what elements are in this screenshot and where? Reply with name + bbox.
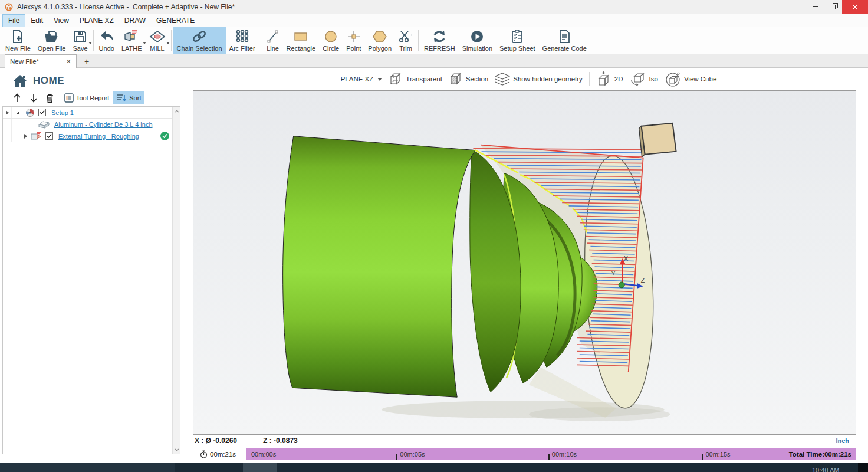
- mill-button[interactable]: MILL: [146, 27, 169, 54]
- tree-row-stock[interactable]: Aluminum - Cylinder De 3 L 4 inch: [3, 119, 172, 130]
- view-cube-label: View Cube: [684, 76, 716, 83]
- plane-dropdown[interactable]: PLANE XZ: [341, 76, 383, 83]
- setup-link[interactable]: Setup 1: [51, 109, 74, 116]
- tree-scrollbar[interactable]: [172, 107, 180, 454]
- close-icon: [852, 4, 858, 10]
- arc-filter-icon: [235, 29, 249, 44]
- delete-button[interactable]: [42, 91, 57, 105]
- operation-complete-badge: [160, 132, 169, 140]
- menu-plane-xz[interactable]: PLANE XZ: [74, 14, 119, 27]
- restore-button[interactable]: [824, 0, 842, 14]
- view-cube-icon: [665, 71, 681, 87]
- refresh-button[interactable]: REFRESH: [420, 27, 459, 54]
- menu-view[interactable]: View: [48, 14, 74, 27]
- show-hidden-label: Show hidden geometry: [513, 76, 583, 83]
- simulation-icon: [470, 29, 484, 44]
- viewport-3d[interactable]: X Y Z: [193, 90, 856, 435]
- os-taskbar[interactable]: 10:40 AM: [0, 463, 868, 472]
- save-dropdown-caret[interactable]: [88, 42, 92, 44]
- new-file-icon: [11, 29, 25, 44]
- view-iso-button[interactable]: Iso: [630, 71, 658, 87]
- setup-icon: [24, 107, 37, 118]
- section-cube-icon: [449, 72, 463, 86]
- transparent-toggle[interactable]: Transparent: [389, 72, 442, 86]
- move-down-button[interactable]: [26, 91, 41, 105]
- stock-link[interactable]: Aluminum - Cylinder De 3 L 4 inch: [54, 121, 153, 128]
- open-file-button[interactable]: Open File: [34, 27, 70, 54]
- row-expander[interactable]: [12, 130, 29, 142]
- view-2d-button[interactable]: 2D: [596, 71, 623, 87]
- taskbar-corner: [858, 463, 868, 472]
- line-button[interactable]: Line: [263, 27, 283, 54]
- circle-button[interactable]: Circle: [319, 27, 343, 54]
- setup-sheet-icon: [511, 29, 524, 44]
- toolbar-separator: [93, 30, 94, 51]
- refresh-icon: [432, 29, 447, 44]
- minimize-icon: [813, 6, 818, 7]
- home-header: HOME: [0, 68, 189, 88]
- open-file-icon: [44, 29, 60, 44]
- minimize-button[interactable]: [807, 0, 824, 14]
- sort-button[interactable]: Sort: [113, 91, 144, 104]
- scroll-down-button[interactable]: [173, 445, 180, 454]
- lathe-icon: [124, 29, 139, 44]
- section-toggle[interactable]: Section: [449, 72, 488, 86]
- generate-code-button[interactable]: Generate Code: [539, 27, 590, 54]
- tree-row-setup[interactable]: Setup 1: [3, 107, 172, 119]
- lathe-button[interactable]: LATHE: [118, 27, 146, 54]
- show-hidden-toggle[interactable]: Show hidden geometry: [495, 72, 583, 86]
- add-tab-button[interactable]: +: [84, 57, 89, 65]
- operation-link[interactable]: External Turning - Roughing: [58, 133, 139, 140]
- menu-generate[interactable]: GENERATE: [151, 14, 200, 27]
- z-coordinate: Z : -0.0873: [263, 437, 298, 445]
- view-2d-label: 2D: [614, 76, 623, 83]
- layers-icon: [495, 72, 510, 86]
- menu-edit[interactable]: Edit: [25, 14, 48, 27]
- trim-button[interactable]: Trim: [395, 27, 416, 54]
- mill-dropdown-caret[interactable]: [166, 42, 170, 44]
- new-file-button[interactable]: New File: [2, 27, 34, 54]
- toolbar-separator: [171, 30, 172, 51]
- setup-checkbox[interactable]: [38, 109, 46, 116]
- tree-row-operation[interactable]: External Turning - Roughing: [3, 130, 172, 142]
- arc-filter-button[interactable]: Arc Filter: [226, 27, 259, 54]
- document-tab-bar: New File* ✕ +: [0, 54, 868, 68]
- setup-sheet-button[interactable]: Setup Sheet: [496, 27, 539, 54]
- undo-button[interactable]: Undo: [96, 27, 118, 54]
- collapse-toggle[interactable]: [12, 107, 24, 118]
- timeline-start-label: 00m:00s: [251, 451, 276, 458]
- taskbar-clock: 10:40 AM: [812, 467, 839, 472]
- operation-checkbox[interactable]: [45, 132, 53, 140]
- view-iso-label: Iso: [649, 76, 658, 83]
- timeline-bar[interactable]: 00m:00s 00m:05s 00m:10s 00m:15s Total Ti…: [246, 448, 856, 460]
- row-expander[interactable]: [3, 107, 12, 118]
- move-up-button[interactable]: [9, 91, 25, 105]
- rectangle-icon: [293, 29, 308, 44]
- taskbar-active-app: [243, 463, 277, 472]
- simulation-button[interactable]: Simulation: [459, 27, 496, 54]
- tab-new-file[interactable]: New File* ✕: [5, 54, 77, 68]
- status-column: [157, 119, 172, 130]
- polygon-button[interactable]: Polygon: [364, 27, 395, 54]
- point-button[interactable]: Point: [343, 27, 364, 54]
- chain-selection-button[interactable]: Chain Selection: [173, 27, 226, 54]
- menu-file[interactable]: File: [2, 14, 25, 27]
- sort-label: Sort: [129, 94, 141, 101]
- tab-close-icon[interactable]: ✕: [66, 58, 71, 64]
- scroll-up-button[interactable]: [173, 107, 180, 115]
- save-icon: [73, 29, 87, 44]
- simulation-timeline: 00m:21s 00m:00s 00m:05s 00m:10s 00m:15s …: [193, 448, 856, 460]
- unit-link[interactable]: Inch: [836, 437, 849, 444]
- view-cube-button[interactable]: View Cube: [665, 71, 716, 87]
- clock-icon: [200, 450, 208, 458]
- rectangle-button[interactable]: Rectangle: [283, 27, 320, 54]
- close-button[interactable]: [842, 0, 868, 14]
- tool-report-icon: [64, 93, 74, 103]
- timeline-tick: 00m:10s: [548, 453, 577, 460]
- chevron-right-icon: [24, 134, 27, 139]
- tool-report-button[interactable]: Tool Report: [61, 91, 112, 104]
- scene-canvas: X Y Z: [193, 91, 856, 434]
- save-button[interactable]: Save: [70, 27, 91, 54]
- menu-draw[interactable]: DRAW: [119, 14, 151, 27]
- arrow-down-icon: [29, 93, 38, 103]
